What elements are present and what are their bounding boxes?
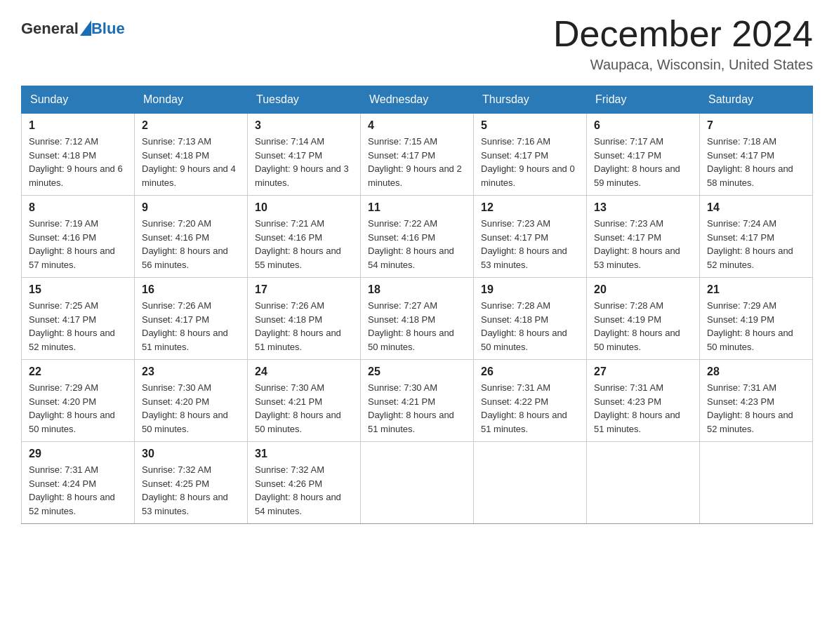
weekday-header-tuesday: Tuesday bbox=[248, 86, 361, 114]
day-number: 18 bbox=[368, 283, 466, 296]
day-info: Sunrise: 7:17 AMSunset: 4:17 PMDaylight:… bbox=[594, 135, 692, 189]
day-number: 24 bbox=[255, 365, 353, 378]
weekday-header-thursday: Thursday bbox=[474, 86, 587, 114]
day-number: 26 bbox=[481, 365, 579, 378]
day-number: 31 bbox=[255, 448, 353, 460]
calendar-cell: 10Sunrise: 7:21 AMSunset: 4:16 PMDayligh… bbox=[248, 196, 361, 278]
day-info: Sunrise: 7:13 AMSunset: 4:18 PMDaylight:… bbox=[142, 135, 240, 189]
location-subtitle: Waupaca, Wisconsin, United States bbox=[553, 57, 813, 73]
day-info: Sunrise: 7:32 AMSunset: 4:26 PMDaylight:… bbox=[255, 463, 353, 518]
day-number: 1 bbox=[29, 119, 127, 132]
day-info: Sunrise: 7:27 AMSunset: 4:18 PMDaylight:… bbox=[368, 299, 466, 354]
calendar-cell: 17Sunrise: 7:26 AMSunset: 4:18 PMDayligh… bbox=[248, 278, 361, 360]
weekday-header-monday: Monday bbox=[135, 86, 248, 114]
calendar-week-row: 1Sunrise: 7:12 AMSunset: 4:18 PMDaylight… bbox=[22, 114, 813, 196]
calendar-cell: 12Sunrise: 7:23 AMSunset: 4:17 PMDayligh… bbox=[474, 196, 587, 278]
calendar-table: SundayMondayTuesdayWednesdayThursdayFrid… bbox=[21, 86, 813, 524]
day-number: 6 bbox=[594, 119, 692, 132]
calendar-cell: 6Sunrise: 7:17 AMSunset: 4:17 PMDaylight… bbox=[587, 114, 700, 196]
weekday-header-row: SundayMondayTuesdayWednesdayThursdayFrid… bbox=[22, 86, 813, 114]
day-number: 2 bbox=[142, 119, 240, 132]
calendar-cell: 22Sunrise: 7:29 AMSunset: 4:20 PMDayligh… bbox=[22, 360, 135, 442]
day-number: 15 bbox=[29, 283, 127, 296]
day-info: Sunrise: 7:31 AMSunset: 4:23 PMDaylight:… bbox=[594, 381, 692, 436]
day-info: Sunrise: 7:29 AMSunset: 4:20 PMDaylight:… bbox=[29, 381, 127, 436]
day-info: Sunrise: 7:31 AMSunset: 4:24 PMDaylight:… bbox=[29, 463, 127, 518]
day-info: Sunrise: 7:31 AMSunset: 4:23 PMDaylight:… bbox=[707, 381, 805, 436]
day-info: Sunrise: 7:31 AMSunset: 4:22 PMDaylight:… bbox=[481, 381, 579, 436]
day-number: 20 bbox=[594, 283, 692, 296]
day-info: Sunrise: 7:29 AMSunset: 4:19 PMDaylight:… bbox=[707, 299, 805, 354]
day-info: Sunrise: 7:15 AMSunset: 4:17 PMDaylight:… bbox=[368, 135, 466, 189]
day-number: 21 bbox=[707, 283, 805, 296]
calendar-week-row: 22Sunrise: 7:29 AMSunset: 4:20 PMDayligh… bbox=[22, 360, 813, 442]
calendar-cell: 2Sunrise: 7:13 AMSunset: 4:18 PMDaylight… bbox=[135, 114, 248, 196]
day-number: 12 bbox=[481, 201, 579, 214]
day-info: Sunrise: 7:30 AMSunset: 4:20 PMDaylight:… bbox=[142, 381, 240, 436]
calendar-cell: 5Sunrise: 7:16 AMSunset: 4:17 PMDaylight… bbox=[474, 114, 587, 196]
day-info: Sunrise: 7:25 AMSunset: 4:17 PMDaylight:… bbox=[29, 299, 127, 354]
day-number: 25 bbox=[368, 365, 466, 378]
calendar-cell bbox=[587, 442, 700, 524]
calendar-cell: 13Sunrise: 7:23 AMSunset: 4:17 PMDayligh… bbox=[587, 196, 700, 278]
day-info: Sunrise: 7:23 AMSunset: 4:17 PMDaylight:… bbox=[481, 217, 579, 271]
day-number: 27 bbox=[594, 365, 692, 378]
day-number: 13 bbox=[594, 201, 692, 214]
calendar-cell: 4Sunrise: 7:15 AMSunset: 4:17 PMDaylight… bbox=[361, 114, 474, 196]
weekday-header-friday: Friday bbox=[587, 86, 700, 114]
day-info: Sunrise: 7:21 AMSunset: 4:16 PMDaylight:… bbox=[255, 217, 353, 271]
logo-text-blue: Blue bbox=[91, 20, 125, 38]
logo: General Blue bbox=[21, 20, 125, 38]
day-info: Sunrise: 7:26 AMSunset: 4:17 PMDaylight:… bbox=[142, 299, 240, 354]
logo-text-general: General bbox=[21, 20, 79, 38]
calendar-cell: 19Sunrise: 7:28 AMSunset: 4:18 PMDayligh… bbox=[474, 278, 587, 360]
calendar-cell bbox=[474, 442, 587, 524]
day-info: Sunrise: 7:20 AMSunset: 4:16 PMDaylight:… bbox=[142, 217, 240, 271]
calendar-cell bbox=[361, 442, 474, 524]
day-info: Sunrise: 7:28 AMSunset: 4:18 PMDaylight:… bbox=[481, 299, 579, 354]
calendar-cell: 18Sunrise: 7:27 AMSunset: 4:18 PMDayligh… bbox=[361, 278, 474, 360]
day-number: 29 bbox=[29, 448, 127, 460]
calendar-cell: 3Sunrise: 7:14 AMSunset: 4:17 PMDaylight… bbox=[248, 114, 361, 196]
day-number: 7 bbox=[707, 119, 805, 132]
day-info: Sunrise: 7:12 AMSunset: 4:18 PMDaylight:… bbox=[29, 135, 127, 189]
month-title: December 2024 bbox=[553, 14, 813, 54]
day-info: Sunrise: 7:30 AMSunset: 4:21 PMDaylight:… bbox=[368, 381, 466, 436]
calendar-cell: 23Sunrise: 7:30 AMSunset: 4:20 PMDayligh… bbox=[135, 360, 248, 442]
day-number: 9 bbox=[142, 201, 240, 214]
calendar-cell: 28Sunrise: 7:31 AMSunset: 4:23 PMDayligh… bbox=[700, 360, 813, 442]
day-info: Sunrise: 7:22 AMSunset: 4:16 PMDaylight:… bbox=[368, 217, 466, 271]
day-number: 16 bbox=[142, 283, 240, 296]
day-number: 19 bbox=[481, 283, 579, 296]
day-info: Sunrise: 7:18 AMSunset: 4:17 PMDaylight:… bbox=[707, 135, 805, 189]
weekday-header-saturday: Saturday bbox=[700, 86, 813, 114]
day-number: 3 bbox=[255, 119, 353, 132]
title-area: December 2024 Waupaca, Wisconsin, United… bbox=[553, 14, 813, 73]
day-info: Sunrise: 7:28 AMSunset: 4:19 PMDaylight:… bbox=[594, 299, 692, 354]
day-number: 11 bbox=[368, 201, 466, 214]
day-number: 28 bbox=[707, 365, 805, 378]
day-info: Sunrise: 7:16 AMSunset: 4:17 PMDaylight:… bbox=[481, 135, 579, 189]
calendar-cell: 30Sunrise: 7:32 AMSunset: 4:25 PMDayligh… bbox=[135, 442, 248, 524]
calendar-cell: 21Sunrise: 7:29 AMSunset: 4:19 PMDayligh… bbox=[700, 278, 813, 360]
calendar-cell: 20Sunrise: 7:28 AMSunset: 4:19 PMDayligh… bbox=[587, 278, 700, 360]
calendar-cell: 26Sunrise: 7:31 AMSunset: 4:22 PMDayligh… bbox=[474, 360, 587, 442]
weekday-header-sunday: Sunday bbox=[22, 86, 135, 114]
day-number: 5 bbox=[481, 119, 579, 132]
calendar-cell: 11Sunrise: 7:22 AMSunset: 4:16 PMDayligh… bbox=[361, 196, 474, 278]
day-info: Sunrise: 7:26 AMSunset: 4:18 PMDaylight:… bbox=[255, 299, 353, 354]
day-number: 4 bbox=[368, 119, 466, 132]
day-number: 8 bbox=[29, 201, 127, 214]
day-info: Sunrise: 7:32 AMSunset: 4:25 PMDaylight:… bbox=[142, 463, 240, 518]
day-info: Sunrise: 7:23 AMSunset: 4:17 PMDaylight:… bbox=[594, 217, 692, 271]
calendar-cell: 9Sunrise: 7:20 AMSunset: 4:16 PMDaylight… bbox=[135, 196, 248, 278]
calendar-cell: 29Sunrise: 7:31 AMSunset: 4:24 PMDayligh… bbox=[22, 442, 135, 524]
calendar-cell: 1Sunrise: 7:12 AMSunset: 4:18 PMDaylight… bbox=[22, 114, 135, 196]
calendar-cell: 31Sunrise: 7:32 AMSunset: 4:26 PMDayligh… bbox=[248, 442, 361, 524]
day-info: Sunrise: 7:14 AMSunset: 4:17 PMDaylight:… bbox=[255, 135, 353, 189]
calendar-cell: 7Sunrise: 7:18 AMSunset: 4:17 PMDaylight… bbox=[700, 114, 813, 196]
calendar-cell: 24Sunrise: 7:30 AMSunset: 4:21 PMDayligh… bbox=[248, 360, 361, 442]
day-info: Sunrise: 7:19 AMSunset: 4:16 PMDaylight:… bbox=[29, 217, 127, 271]
calendar-cell: 27Sunrise: 7:31 AMSunset: 4:23 PMDayligh… bbox=[587, 360, 700, 442]
day-number: 30 bbox=[142, 448, 240, 460]
